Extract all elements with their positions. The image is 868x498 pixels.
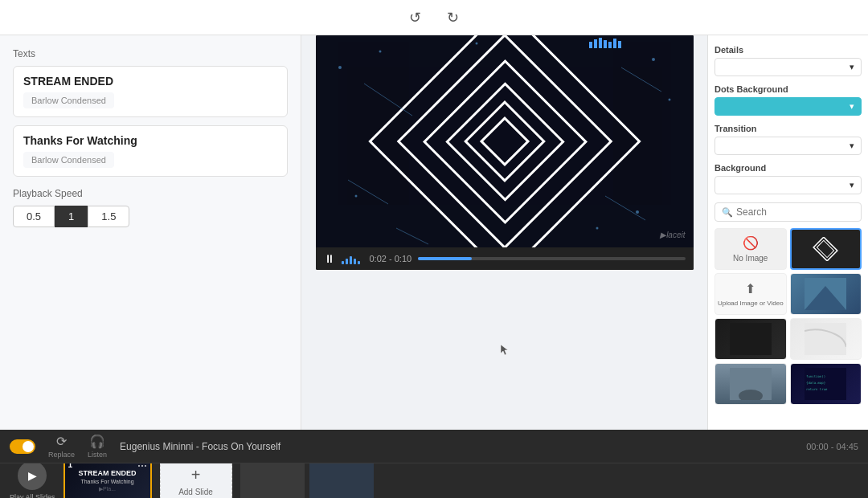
details-label: Details xyxy=(714,45,862,55)
bg-thumb-dark-texture[interactable] xyxy=(714,318,787,360)
audio-toggle[interactable] xyxy=(10,439,35,454)
svg-rect-27 xyxy=(805,323,846,355)
bg-thumb-upload[interactable]: ⬆ Upload Image or Video xyxy=(714,273,787,315)
audio-toggle-dot xyxy=(23,441,34,452)
progress-track[interactable] xyxy=(418,257,685,260)
left-panel: Texts STREAM ENDED Barlow Condensed Than… xyxy=(0,35,301,430)
top-toolbar: ↺ ↻ xyxy=(0,0,868,35)
svg-point-1 xyxy=(379,51,381,53)
slide-menu-icon: ⋯ xyxy=(137,463,147,471)
playback-section: Playback Speed 0.5 1 1.5 xyxy=(13,188,288,227)
dots-bg-label: Dots Background xyxy=(714,84,862,94)
text-card-1: STREAM ENDED Barlow Condensed xyxy=(13,66,288,117)
slide-inner-1: 1 ⋯ STREAM ENDED Thanks For Watching ▶Pl… xyxy=(65,463,150,498)
bottom-bar: ⟳ Replace 🎧 Listen Eugenius Mininni - Fo… xyxy=(0,430,868,498)
vol-bar-3 xyxy=(350,256,352,264)
svg-rect-25 xyxy=(730,323,772,355)
speed-buttons: 0.5 1 1.5 xyxy=(13,206,288,227)
background-dropdown[interactable]: ▾ xyxy=(714,176,862,194)
extra-thumb-1[interactable] xyxy=(240,463,305,498)
bg-thumb-code[interactable]: function(){data.map}return true xyxy=(790,363,862,405)
add-slide-label: Add Slide xyxy=(178,488,213,496)
text-card-2-font: Barlow Condensed xyxy=(23,152,114,168)
cursor-indicator xyxy=(500,344,510,357)
vol-bar-2 xyxy=(346,259,348,264)
vol-bar-1 xyxy=(342,261,344,264)
bg-thumb-selected[interactable] xyxy=(790,228,862,270)
slide-title-1: STREAM ENDED xyxy=(79,469,137,477)
volume-bars xyxy=(342,253,360,264)
vol-bar-4 xyxy=(354,259,356,264)
bg-thumb-mountain[interactable] xyxy=(790,273,862,315)
play-all-icon: ▶ xyxy=(18,463,47,490)
playback-label: Playback Speed xyxy=(13,188,288,199)
svg-line-10 xyxy=(348,180,388,204)
svg-rect-14 xyxy=(594,39,597,48)
vol-bar-5 xyxy=(358,261,360,264)
replace-icon: ⟳ xyxy=(56,434,67,449)
bg-thumb-foggy[interactable] xyxy=(714,363,787,405)
texts-section-label: Texts xyxy=(13,48,288,59)
slide-number-1: 1 xyxy=(68,463,73,469)
transition-chevron-icon: ▾ xyxy=(850,141,854,151)
speed-1.5-button[interactable]: 1.5 xyxy=(88,206,129,227)
extra-thumb-2[interactable] xyxy=(309,463,374,498)
listen-button[interactable]: 🎧 Listen xyxy=(88,434,107,459)
background-label: Background xyxy=(714,163,862,173)
slide-logo-1: ▶Pla... xyxy=(99,486,116,492)
svg-text:return true: return true xyxy=(806,387,828,391)
svg-point-4 xyxy=(354,195,357,198)
bg-thumb-no-image[interactable]: 🚫 No Image xyxy=(714,228,787,270)
search-icon: 🔍 xyxy=(722,207,733,218)
add-slide-button[interactable]: + Add Slide xyxy=(160,463,232,498)
video-container: ▶laceit ⏸ 0:02 - 0:10 xyxy=(316,35,694,270)
bg-thumb-white-marble[interactable] xyxy=(790,318,862,360)
svg-rect-17 xyxy=(608,42,612,48)
details-dropdown[interactable]: ▾ xyxy=(714,58,862,76)
dots-bg-dropdown[interactable]: ▾ xyxy=(714,97,862,116)
svg-point-0 xyxy=(338,66,342,69)
background-search-input[interactable] xyxy=(736,206,854,218)
svg-line-12 xyxy=(396,228,428,244)
background-chevron-icon: ▾ xyxy=(850,180,854,190)
headphones-icon: 🎧 xyxy=(89,434,105,449)
no-image-icon: 🚫 xyxy=(743,235,759,251)
text-card-1-font: Barlow Condensed xyxy=(23,92,114,108)
video-watermark: ▶laceit xyxy=(660,231,685,239)
transition-label: Transition xyxy=(714,124,862,133)
svg-rect-15 xyxy=(599,38,602,48)
replace-button[interactable]: ⟳ Replace xyxy=(48,434,75,459)
svg-point-7 xyxy=(596,227,598,230)
dots-bg-chevron-icon: ▾ xyxy=(850,101,854,112)
slides-row: ▶ Play All Slides 1 ⋯ STREAM ENDED Thank… xyxy=(0,463,868,498)
main-area: Texts STREAM ENDED Barlow Condensed Than… xyxy=(0,35,868,430)
slide-subtitle-1: Thanks For Watching xyxy=(80,479,133,484)
upload-icon: ⬆ xyxy=(745,281,755,296)
svg-point-3 xyxy=(668,99,670,101)
text-card-2-title: Thanks For Watching xyxy=(23,134,277,147)
svg-point-5 xyxy=(636,210,639,214)
right-panel: Details ▾ Dots Background ▾ Transition ▾… xyxy=(707,35,868,430)
slide-thumb-1[interactable]: 1 ⋯ STREAM ENDED Thanks For Watching ▶Pl… xyxy=(63,463,152,498)
svg-rect-19 xyxy=(618,41,621,48)
text-card-1-title: STREAM ENDED xyxy=(23,75,277,88)
text-card-2: Thanks For Watching Barlow Condensed xyxy=(13,125,288,177)
undo-button[interactable]: ↺ xyxy=(403,6,428,30)
audio-time: 00:00 - 04:45 xyxy=(806,442,858,451)
cursor-area xyxy=(500,270,510,430)
svg-point-2 xyxy=(652,58,655,61)
progress-fill xyxy=(418,257,471,260)
transition-dropdown[interactable]: ▾ xyxy=(714,137,862,155)
video-canvas: ▶laceit xyxy=(316,35,694,247)
details-chevron-icon: ▾ xyxy=(850,62,854,72)
audio-controls-row: ⟳ Replace 🎧 Listen Eugenius Mininni - Fo… xyxy=(0,430,868,463)
speed-1-button[interactable]: 1 xyxy=(55,206,88,227)
redo-button[interactable]: ↻ xyxy=(440,6,465,30)
svg-rect-13 xyxy=(589,42,592,48)
play-pause-button[interactable]: ⏸ xyxy=(324,252,335,265)
speed-0.5-button[interactable]: 0.5 xyxy=(13,206,55,227)
play-all-button[interactable]: ▶ Play All Slides xyxy=(10,463,55,498)
extra-thumbs xyxy=(240,463,374,498)
svg-text:function(): function() xyxy=(806,374,825,378)
svg-text:{data.map}: {data.map} xyxy=(806,381,825,385)
